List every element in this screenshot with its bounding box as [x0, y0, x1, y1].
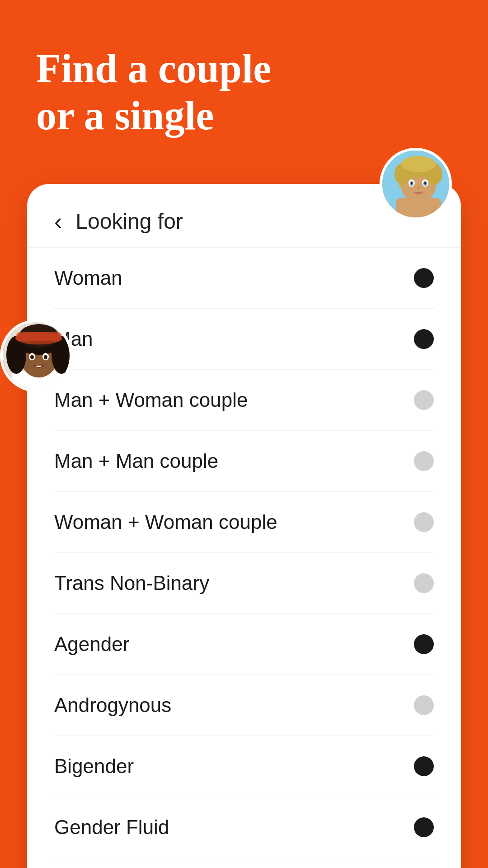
option-item-man[interactable]: Man: [54, 309, 434, 370]
option-label-woman: Woman: [54, 267, 122, 289]
radio-dot-bigender[interactable]: [414, 756, 434, 776]
option-label-bigender: Bigender: [54, 755, 134, 778]
option-label-man-man-couple: Man + Man couple: [54, 450, 218, 472]
svg-point-7: [401, 156, 436, 172]
avatar-top-right: [380, 148, 452, 220]
option-item-bigender[interactable]: Bigender: [54, 736, 434, 797]
headline-line1: Find a couple: [36, 46, 271, 91]
option-label-trans-nonbinary: Trans Non-Binary: [54, 572, 209, 594]
option-item-gender-fluid[interactable]: Gender Fluid: [54, 797, 434, 858]
radio-dot-agender[interactable]: [414, 634, 434, 654]
option-label-androgynous: Androgynous: [54, 694, 171, 717]
radio-dot-trans-nonbinary[interactable]: [414, 573, 434, 593]
svg-point-27: [31, 356, 33, 358]
radio-dot-man-woman-couple[interactable]: [414, 390, 434, 410]
option-item-gender-nonconforming[interactable]: Gender Nonconforming: [54, 858, 434, 868]
option-item-androgynous[interactable]: Androgynous: [54, 675, 434, 736]
options-list: WomanManMan + Woman coupleMan + Man coup…: [27, 248, 461, 868]
svg-point-12: [411, 182, 413, 184]
radio-dot-gender-fluid[interactable]: [414, 817, 434, 837]
option-item-woman-woman-couple[interactable]: Woman + Woman couple: [54, 492, 434, 553]
avatar-bottom-left: [0, 320, 72, 392]
option-label-man-woman-couple: Man + Woman couple: [54, 389, 248, 411]
option-item-agender[interactable]: Agender: [54, 614, 434, 675]
radio-dot-woman-woman-couple[interactable]: [414, 512, 434, 532]
svg-point-28: [45, 356, 47, 358]
option-label-agender: Agender: [54, 633, 129, 656]
radio-dot-woman[interactable]: [414, 268, 434, 288]
headline: Find a couple or a single: [36, 45, 452, 139]
radio-dot-man[interactable]: [414, 329, 434, 349]
svg-rect-30: [16, 332, 61, 341]
svg-point-14: [399, 184, 402, 187]
back-button[interactable]: ‹: [54, 210, 62, 233]
radio-dot-androgynous[interactable]: [414, 695, 434, 715]
svg-point-13: [424, 182, 426, 184]
option-item-man-woman-couple[interactable]: Man + Woman couple: [54, 370, 434, 431]
header-section: Find a couple or a single: [0, 0, 488, 166]
card-title: Looking for: [75, 209, 183, 234]
option-label-gender-fluid: Gender Fluid: [54, 816, 169, 839]
card-container: ‹ Looking for WomanManMan + Woman couple…: [27, 184, 461, 868]
option-item-woman[interactable]: Woman: [54, 248, 434, 309]
option-item-trans-nonbinary[interactable]: Trans Non-Binary: [54, 553, 434, 614]
main-card: ‹ Looking for WomanManMan + Woman couple…: [27, 184, 461, 868]
option-label-woman-woman-couple: Woman + Woman couple: [54, 511, 277, 533]
radio-dot-man-man-couple[interactable]: [414, 451, 434, 471]
headline-line2: or a single: [36, 93, 214, 138]
option-item-man-man-couple[interactable]: Man + Man couple: [54, 431, 434, 492]
